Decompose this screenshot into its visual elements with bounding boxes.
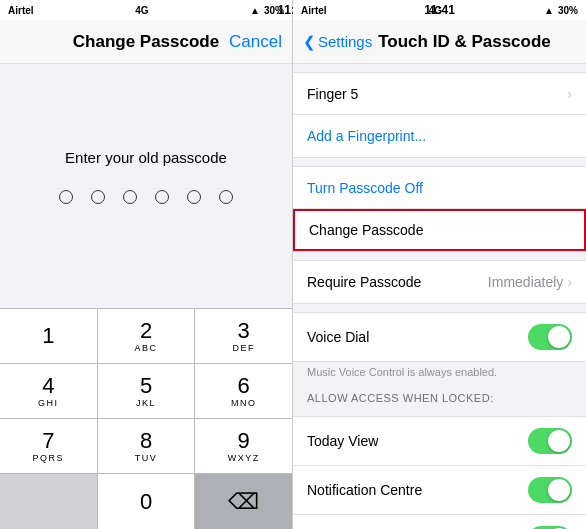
back-button[interactable]: ❮ Settings: [303, 33, 372, 51]
right-content: Finger 5 › Add a Fingerprint... Turn Pas…: [293, 64, 586, 529]
locked-group: Today View Notification Centre Control C…: [293, 416, 586, 529]
right-wifi-icon: ▲: [544, 5, 554, 16]
key-3[interactable]: 3 DEF: [195, 309, 292, 363]
require-passcode-item[interactable]: Require Passcode Immediately ›: [293, 261, 586, 303]
dot-3: [123, 190, 137, 204]
right-status-bar: Airtel 4G 11:41 ▲ 30%: [293, 0, 586, 20]
left-panel: Airtel 4G 11:45 ▲ 30% Change Passcode Ca…: [0, 0, 293, 529]
chevron-left-icon: ❮: [303, 33, 316, 51]
back-label: Settings: [318, 33, 372, 50]
chevron-icon: ›: [567, 86, 572, 102]
voice-dial-item: Voice Dial: [293, 313, 586, 361]
control-centre-item: Control Centre: [293, 515, 586, 529]
dot-6: [219, 190, 233, 204]
allow-header: ALLOW ACCESS WHEN LOCKED:: [293, 384, 586, 408]
keyboard-row-2: 4 GHI 5 JKL 6 MNO: [0, 364, 292, 419]
change-passcode-label: Change Passcode: [309, 222, 423, 238]
dot-4: [155, 190, 169, 204]
change-passcode-item[interactable]: Change Passcode: [293, 209, 586, 251]
right-status-icons: ▲ 30%: [544, 5, 578, 16]
add-fingerprint-item[interactable]: Add a Fingerprint...: [293, 115, 586, 157]
left-network: 4G: [135, 5, 148, 16]
passcode-area: Enter your old passcode: [0, 64, 292, 308]
key-empty: [0, 474, 98, 529]
turn-passcode-off-label: Turn Passcode Off: [307, 180, 423, 196]
right-battery-icon: 30%: [558, 5, 578, 16]
keyboard: 1 2 ABC 3 DEF 4 GHI 5 JKL 6 MNO: [0, 308, 292, 529]
finger-5-label: Finger 5: [307, 86, 358, 102]
key-0[interactable]: 0: [98, 474, 196, 529]
right-panel: Airtel 4G 11:41 ▲ 30% ❮ Settings Touch I…: [293, 0, 586, 529]
left-nav-bar: Change Passcode Cancel: [0, 20, 292, 64]
left-carrier: Airtel: [8, 5, 34, 16]
passcode-prompt: Enter your old passcode: [65, 149, 227, 166]
wifi-icon: ▲: [250, 5, 260, 16]
voice-note: Music Voice Control is always enabled.: [293, 362, 586, 384]
today-view-label: Today View: [307, 433, 378, 449]
fingerprint-group: Finger 5 › Add a Fingerprint...: [293, 72, 586, 158]
delete-key[interactable]: ⌫: [195, 474, 292, 529]
right-nav-bar: ❮ Settings Touch ID & Passcode: [293, 20, 586, 64]
dot-1: [59, 190, 73, 204]
right-time: 11:41: [424, 3, 455, 17]
keyboard-row-1: 1 2 ABC 3 DEF: [0, 309, 292, 364]
right-nav-title: Touch ID & Passcode: [378, 32, 551, 52]
finger-5-item[interactable]: Finger 5 ›: [293, 73, 586, 115]
passcode-group: Turn Passcode Off Change Passcode: [293, 166, 586, 252]
notification-centre-label: Notification Centre: [307, 482, 422, 498]
require-chevron-icon: ›: [567, 274, 572, 290]
key-9[interactable]: 9 WXYZ: [195, 419, 292, 473]
left-nav-title: Change Passcode: [73, 32, 219, 52]
require-passcode-label: Require Passcode: [307, 274, 421, 290]
dot-5: [187, 190, 201, 204]
left-status-bar: Airtel 4G 11:45 ▲ 30%: [0, 0, 292, 20]
dot-2: [91, 190, 105, 204]
key-8[interactable]: 8 TUV: [98, 419, 196, 473]
require-passcode-group: Require Passcode Immediately ›: [293, 260, 586, 304]
today-view-item: Today View: [293, 417, 586, 466]
cancel-button[interactable]: Cancel: [229, 32, 282, 52]
today-view-toggle[interactable]: [528, 428, 572, 454]
notification-centre-item: Notification Centre: [293, 466, 586, 515]
keyboard-row-3: 7 PQRS 8 TUV 9 WXYZ: [0, 419, 292, 474]
keyboard-row-4: 0 ⌫: [0, 474, 292, 529]
voice-dial-label: Voice Dial: [307, 329, 369, 345]
voice-dial-group: Voice Dial: [293, 312, 586, 362]
require-passcode-value: Immediately: [488, 274, 563, 290]
key-7[interactable]: 7 PQRS: [0, 419, 98, 473]
key-1[interactable]: 1: [0, 309, 98, 363]
key-5[interactable]: 5 JKL: [98, 364, 196, 418]
key-4[interactable]: 4 GHI: [0, 364, 98, 418]
add-fingerprint-label: Add a Fingerprint...: [307, 128, 426, 144]
notification-centre-toggle[interactable]: [528, 477, 572, 503]
passcode-dots: [59, 190, 233, 204]
turn-passcode-off-item[interactable]: Turn Passcode Off: [293, 167, 586, 209]
key-2[interactable]: 2 ABC: [98, 309, 196, 363]
voice-dial-toggle[interactable]: [528, 324, 572, 350]
key-6[interactable]: 6 MNO: [195, 364, 292, 418]
right-carrier: Airtel: [301, 5, 327, 16]
